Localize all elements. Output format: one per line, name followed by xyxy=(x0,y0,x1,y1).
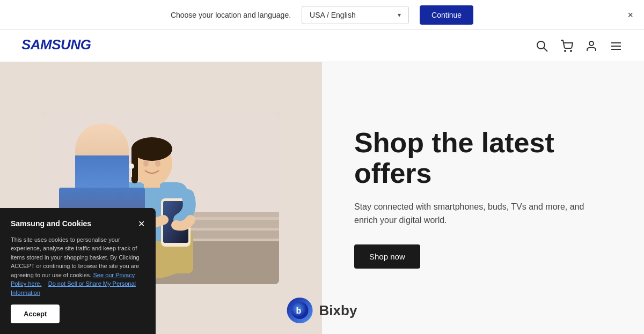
bixby-section: b Bixby xyxy=(287,298,357,323)
header: SAMSUNG xyxy=(0,30,644,62)
account-button[interactable] xyxy=(585,40,598,53)
cookie-banner: Samsung and Cookies ✕ This site uses coo… xyxy=(0,208,156,335)
svg-point-22 xyxy=(143,160,149,167)
cart-icon xyxy=(560,40,573,53)
svg-point-4 xyxy=(570,50,572,51)
location-value: USA / English xyxy=(310,11,356,19)
svg-text:SAMSUNG: SAMSUNG xyxy=(21,36,91,51)
bixby-icon: b xyxy=(287,298,313,323)
user-icon xyxy=(585,40,598,53)
header-icons xyxy=(536,40,623,53)
location-select[interactable]: USA / English ▾ xyxy=(302,6,409,24)
hero-title: Shop the latest offers xyxy=(354,128,612,189)
samsung-logo: SAMSUNG xyxy=(21,36,91,55)
svg-point-24 xyxy=(129,164,134,169)
shop-now-button[interactable]: Shop now xyxy=(354,244,420,269)
menu-button[interactable] xyxy=(610,40,623,53)
cookie-title: Samsung and Cookies xyxy=(11,219,91,228)
hero-subtitle: Stay connected with smartphones, buds, T… xyxy=(354,200,590,227)
banner-text: Choose your location and language. xyxy=(171,11,291,19)
continue-button[interactable]: Continue xyxy=(420,5,473,25)
svg-line-2 xyxy=(544,48,547,51)
svg-text:b: b xyxy=(296,306,302,315)
cookie-close-button[interactable]: ✕ xyxy=(138,219,145,229)
search-icon xyxy=(536,40,548,53)
search-button[interactable] xyxy=(536,40,548,53)
svg-point-23 xyxy=(155,160,160,167)
svg-point-3 xyxy=(565,50,566,51)
bixby-label: Bixby xyxy=(319,302,357,319)
cart-button[interactable] xyxy=(560,40,573,53)
hero-content: Shop the latest offers Stay connected wi… xyxy=(322,128,644,269)
bixby-logo-icon: b xyxy=(291,302,309,319)
cookie-header: Samsung and Cookies ✕ xyxy=(11,219,145,229)
svg-point-1 xyxy=(537,41,545,49)
close-banner-button[interactable]: × xyxy=(627,9,633,20)
menu-icon xyxy=(610,40,623,53)
top-banner: Choose your location and language. USA /… xyxy=(0,0,644,30)
cookie-accept-button[interactable]: Accept xyxy=(11,305,60,323)
chevron-down-icon: ▾ xyxy=(398,11,401,19)
svg-point-5 xyxy=(589,41,594,46)
cookie-body: This site uses cookies to personalise yo… xyxy=(11,235,145,298)
